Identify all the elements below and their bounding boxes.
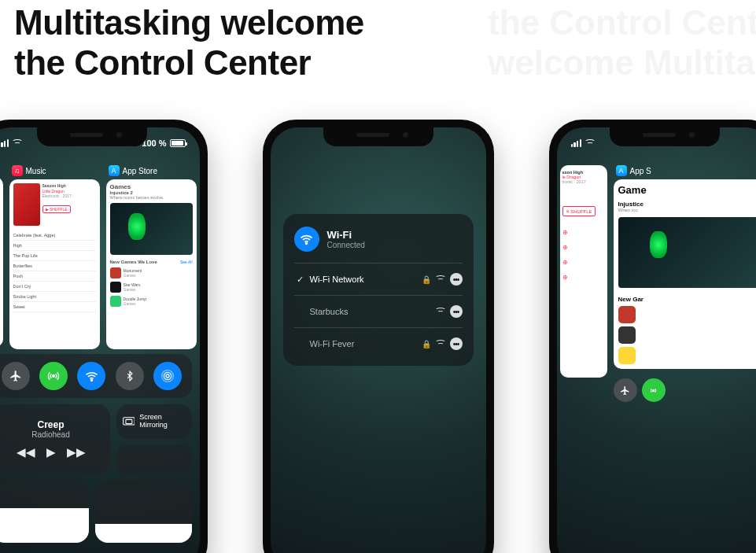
music-widget[interactable]: Creep Radiohead ◀◀ ▶ ▶▶ (0, 404, 110, 474)
svg-rect-6 (125, 419, 131, 423)
screen: sson High le Dragon tronic · 2017 ✕ SHUF… (557, 127, 757, 553)
signal-icon (0, 139, 9, 147)
svg-point-2 (166, 374, 169, 378)
next-icon[interactable]: ▶▶ (67, 445, 86, 459)
album-sub: tronic · 2017 (562, 179, 605, 184)
bluetooth-toggle[interactable] (116, 362, 144, 390)
battery-label: 100 % (142, 138, 166, 148)
network-name: Wi-Fi Fever (307, 339, 422, 348)
play-icon[interactable]: ▶ (46, 445, 56, 459)
network-row[interactable]: Wi-Fi Fever 🔒 ••• (294, 327, 463, 359)
app-card-appstore[interactable]: A App Store Games Injustice 2 Where icon… (106, 165, 197, 349)
app-card-mail[interactable]: ail ▬▬▬ (0, 165, 3, 349)
appstore-icon: A (109, 165, 120, 176)
info-icon[interactable]: ••• (450, 273, 463, 286)
app-thumb[interactable] (618, 347, 636, 364)
appstore-preview[interactable]: Game Injustice When ico New Gar (614, 179, 757, 369)
phone-appstore: sson High le Dragon tronic · 2017 ✕ SHUF… (549, 120, 757, 553)
artist-name: Radiohead (31, 430, 69, 439)
shuffle-button[interactable]: SHUFFLE (570, 209, 592, 214)
signal-icon (571, 139, 582, 147)
track-row[interactable]: Sweet (13, 302, 96, 312)
network-row[interactable]: ✓ Wi-Fi Network 🔒 ••• (294, 263, 463, 295)
info-icon[interactable]: ••• (450, 337, 463, 350)
battery-icon (170, 139, 186, 147)
notch (323, 126, 433, 146)
app-label: App Store (123, 167, 157, 175)
app-switcher[interactable]: ail ▬▬▬ ♫ Music Season High (0, 165, 197, 349)
network-name: Starbucks (307, 307, 435, 316)
wifi-signal-icon (435, 308, 446, 315)
wifi-panel: Wi-Fi Connected ✓ Wi-Fi Network 🔒 ••• S (283, 214, 474, 366)
airdrop-toggle[interactable] (153, 362, 182, 390)
games-header: Games (110, 183, 193, 190)
lock-icon: 🔒 (422, 340, 431, 348)
brightness-slider[interactable] (0, 480, 89, 543)
headline-1: Multitasking welcome (14, 3, 364, 43)
music-icon: ♫ (12, 165, 23, 176)
phone-multitasking: 100 % ail ▬▬▬ ♫ Music (0, 120, 208, 553)
ghost-text: the Control Cent welcome Multitaski (488, 3, 756, 83)
cc-tile[interactable] (116, 445, 192, 474)
wifi-toggle[interactable] (77, 362, 105, 390)
game-art (110, 203, 193, 255)
game-row[interactable]: Doodle JumpGames (110, 296, 193, 307)
shuffle-button[interactable]: SHUFFLE (50, 207, 68, 212)
song-title: Creep (37, 419, 64, 430)
tagline: When ico (618, 208, 757, 212)
airplane-toggle[interactable] (614, 378, 637, 402)
section-title: New Games We Love (110, 260, 157, 264)
track-row[interactable]: Don't Cry (13, 282, 96, 292)
volume-slider[interactable] (95, 480, 192, 543)
track-row[interactable]: Butterflies (13, 261, 96, 271)
panel-title: Wi-Fi (327, 229, 365, 241)
cellular-toggle[interactable] (642, 378, 666, 402)
ghost-line: welcome Multitaski (488, 43, 756, 83)
music-preview[interactable]: sson High le Dragon tronic · 2017 ✕ SHUF… (560, 165, 607, 378)
info-icon[interactable]: ••• (450, 305, 463, 318)
svg-point-8 (652, 389, 654, 391)
track-row[interactable]: High (13, 241, 96, 251)
app-thumb[interactable] (618, 326, 636, 344)
track-row[interactable]: Strobe Light (13, 292, 96, 302)
app-thumb[interactable] (618, 306, 636, 323)
screen: Wi-Fi Connected ✓ Wi-Fi Network 🔒 ••• S (271, 127, 486, 553)
track-row[interactable]: Celebrate (feat. Agge) (13, 230, 96, 241)
lock-icon: 🔒 (422, 275, 431, 284)
ghost-line: the Control Cent (488, 3, 756, 43)
track-row[interactable]: Push (13, 271, 96, 282)
game-row[interactable]: Star WarsGames (110, 282, 193, 293)
svg-point-1 (90, 379, 92, 381)
cellular-toggle[interactable] (39, 362, 68, 390)
checkmark-icon: ✓ (294, 275, 307, 285)
app-switcher[interactable]: sson High le Dragon tronic · 2017 ✕ SHUF… (557, 165, 757, 402)
mirror-icon (123, 416, 135, 427)
tagline: Where iconic heroes evolve. (110, 195, 193, 200)
wifi-signal-icon (435, 275, 446, 283)
album-art (13, 183, 40, 226)
wifi-signal-icon (435, 340, 446, 348)
panel-status: Connected (327, 241, 365, 249)
wifi-icon (294, 227, 319, 252)
control-center: Creep Radiohead ◀◀ ▶ ▶▶ Screen Mirroring (0, 354, 192, 543)
game-art (618, 217, 757, 288)
airplane-toggle[interactable] (2, 362, 30, 390)
games-header: Game (618, 184, 757, 196)
screen-mirroring[interactable]: Screen Mirroring (116, 404, 192, 439)
network-name: Wi-Fi Network (307, 275, 422, 284)
notch (37, 126, 147, 146)
music-preview: Season High Little Dragon Electronic · 2… (9, 179, 100, 349)
wifi-icon (585, 139, 596, 147)
notch (610, 126, 720, 146)
album-sub: Electronic · 2017 (42, 194, 72, 199)
app-card-music[interactable]: ♫ Music Season High Little Dragon Electr… (9, 165, 100, 349)
track-row[interactable]: The Pop Life (13, 251, 96, 261)
prev-icon[interactable]: ◀◀ (17, 445, 35, 459)
see-all[interactable]: See All (180, 260, 193, 264)
mirror-label: Screen Mirroring (139, 414, 185, 429)
appstore-icon: A (616, 165, 627, 176)
app-label: Music (26, 167, 46, 175)
phone-row: 100 % ail ▬▬▬ ♫ Music (0, 120, 756, 553)
network-row[interactable]: Starbucks ••• (294, 295, 463, 327)
game-row[interactable]: MonumentGames (110, 267, 193, 278)
